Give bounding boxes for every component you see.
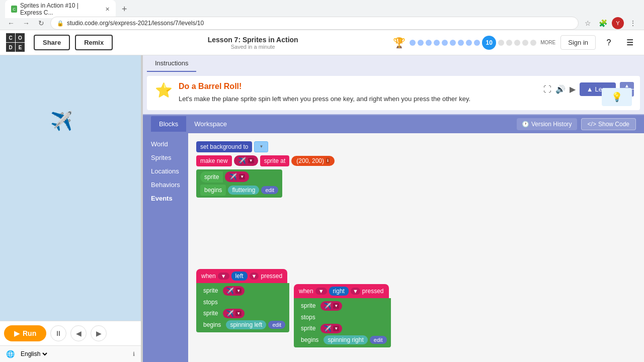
set-background-block[interactable]: set background to (196, 141, 252, 152)
spinning-right-edit-btn[interactable]: edit (370, 336, 387, 344)
lesson-title: Lesson 7: Sprites in Action (118, 36, 388, 44)
run-button[interactable]: Run (4, 325, 46, 341)
blocks-panel: World Sprites Locations Behaviors Events (143, 133, 188, 363)
sign-in-button[interactable]: Sign in (560, 35, 596, 50)
when-dropdown-1[interactable]: ▼ (218, 273, 229, 280)
instructions-content: ⭐ Do a Barrel Roll! Let's make the plane… (147, 76, 640, 110)
sprite-chip-2[interactable]: ✈️ ▼ (225, 171, 249, 182)
position-chip[interactable]: (200, 200) ℹ (291, 156, 335, 166)
begins-label-2: begins (200, 320, 224, 329)
make-new-label[interactable]: make new (196, 155, 232, 166)
sprite-chip-5[interactable]: ✈️ ▼ (320, 301, 342, 311)
background-color-swatch[interactable]: ▼ (254, 141, 268, 152)
preview-panel: ✈️ Run ⏸ ◀ ▶ 🌐 English ℹ (0, 55, 141, 362)
workspace-title: Workspace (186, 116, 287, 132)
sprite-dropdown-6[interactable]: ▼ (333, 326, 339, 331)
reload-btn[interactable]: ↻ (35, 17, 47, 29)
more-btn[interactable]: ⋮ (627, 17, 639, 29)
back-btn[interactable]: ← (5, 17, 17, 29)
sprite-at-label[interactable]: sprite at (260, 155, 290, 166)
sprite-dropdown-4[interactable]: ▼ (235, 311, 242, 316)
expand-btn[interactable]: ⛶ (543, 85, 551, 94)
set-background-group: set background to ▼ make new (196, 141, 636, 198)
browser-tab[interactable]: C Sprites in Action #10 | Express C... ✕ (5, 0, 116, 18)
begins-label[interactable]: begins (200, 185, 226, 196)
pause-button[interactable]: ⏸ (50, 325, 66, 341)
left-action-block: sprite ✈️ ▼ stops sprite (196, 283, 289, 332)
sprite-label-2: sprite (200, 286, 221, 295)
make-new-row: make new ✈️ ▼ sprite at (200, 200) ℹ (196, 155, 636, 166)
left-key-dropdown[interactable]: ▼ (250, 273, 259, 280)
blocks-nav-locations[interactable]: Locations (149, 164, 182, 178)
progress-dot-9 (474, 40, 480, 46)
progress-dot-3 (426, 40, 432, 46)
play-instr-btn[interactable]: ▶ (570, 84, 576, 94)
profile-btn[interactable]: Y (612, 17, 624, 29)
spinning-right-chip[interactable]: spinning right (324, 335, 367, 344)
sprite-chip-1[interactable]: ✈️ ▼ (234, 155, 258, 166)
sprite-label-3: sprite (200, 309, 221, 318)
sprite-chip-6[interactable]: ✈️ ▼ (320, 324, 342, 333)
back-step-button[interactable]: ◀ (70, 325, 87, 341)
instructions-tab[interactable]: Instructions (147, 55, 196, 72)
right-action-block: sprite ✈️ ▼ stops sprite (294, 298, 391, 347)
begins-spinning-left-row: begins spinning left edit (200, 320, 285, 329)
forward-step-button[interactable]: ▶ (91, 325, 107, 341)
workspace-header: Blocks Workspace 🕐 Version History </> S… (143, 115, 644, 133)
stops-label-1: stops (200, 298, 285, 307)
sprite-dropdown-5[interactable]: ▼ (333, 303, 339, 309)
when-dropdown-2[interactable]: ▼ (315, 288, 327, 295)
address-text: studio.code.org/s/express-2021/lessons/7… (67, 20, 204, 27)
more-label: MORE (540, 40, 555, 45)
bookmark-btn[interactable]: ☆ (582, 17, 594, 29)
language-select[interactable]: English (19, 350, 49, 358)
blocks-nav-events[interactable]: Events (149, 192, 182, 205)
fluttering-edit-btn[interactable]: edit (261, 186, 278, 194)
blocks-nav-world[interactable]: World (149, 137, 182, 151)
fluttering-chip[interactable]: fluttering (228, 186, 259, 195)
sprite-dropdown-3[interactable]: ▼ (235, 288, 242, 294)
sprite-plane-icon-6: ✈️ (324, 325, 332, 332)
lock-icon: 🔒 (57, 20, 64, 27)
menu-icon[interactable]: ☰ (622, 35, 638, 51)
sprite-chip-4[interactable]: ✈️ ▼ (223, 309, 245, 318)
help-icon[interactable]: ? (601, 35, 617, 51)
tab-close-btn[interactable]: ✕ (105, 6, 110, 13)
version-history-button[interactable]: 🕐 Version History (517, 118, 577, 130)
blocks-nav-behaviors[interactable]: Behaviors (149, 178, 182, 192)
share-button[interactable]: Share (34, 35, 70, 50)
instruction-text: Do a Barrel Roll! Let's make the plane s… (179, 82, 470, 104)
sprite-chip-3[interactable]: ✈️ ▼ (223, 286, 245, 296)
sprite-plane-icon-1: ✈️ (238, 157, 246, 164)
workspace-canvas[interactable]: set background to ▼ make new (188, 133, 644, 363)
blocks-nav-sprites[interactable]: Sprites (149, 151, 182, 164)
when-left-hat[interactable]: when ▼ left ▼ pressed (196, 269, 287, 283)
right-key-dropdown[interactable]: ▼ (351, 288, 360, 295)
sprite-dropdown-1[interactable]: ▼ (248, 158, 254, 163)
when-right-hat[interactable]: when ▼ right ▼ pressed (294, 284, 389, 298)
info-icon[interactable]: ℹ (133, 351, 135, 357)
code-icon: </> (588, 121, 596, 128)
new-tab-btn[interactable]: + (122, 4, 127, 15)
sprite-dropdown-2[interactable]: ▼ (239, 174, 245, 179)
show-code-button[interactable]: </> Show Code (581, 118, 636, 130)
make-new-block: make new ✈️ ▼ sprite at (200, 200) ℹ (196, 155, 335, 166)
sprite-label-1[interactable]: sprite (200, 171, 223, 183)
remix-button[interactable]: Remix (75, 35, 113, 50)
tab-favicon: C (11, 6, 17, 13)
progress-dot-current[interactable]: 10 (482, 36, 496, 50)
sprite-plane-icon-4: ✈️ (226, 310, 234, 317)
spinning-left-edit-btn[interactable]: edit (268, 321, 285, 329)
when-left-group: when ▼ left ▼ pressed sprite ✈️ (196, 269, 289, 332)
address-bar[interactable]: 🔒 studio.code.org/s/express-2021/lessons… (50, 17, 579, 30)
left-key-label[interactable]: left (231, 272, 248, 281)
audio-btn[interactable]: 🔊 (555, 84, 566, 94)
extensions-btn[interactable]: 🧩 (597, 17, 609, 29)
sprite-plane-icon-3: ✈️ (226, 287, 234, 295)
right-key-label[interactable]: right (329, 287, 349, 296)
forward-btn[interactable]: → (20, 17, 32, 29)
show-code-label: Show Code (598, 121, 629, 128)
spinning-left-chip[interactable]: spinning left (226, 320, 266, 329)
when-right-group: when ▼ right ▼ pressed sprite ✈️ (294, 284, 391, 347)
progress-dot-12 (506, 40, 512, 46)
